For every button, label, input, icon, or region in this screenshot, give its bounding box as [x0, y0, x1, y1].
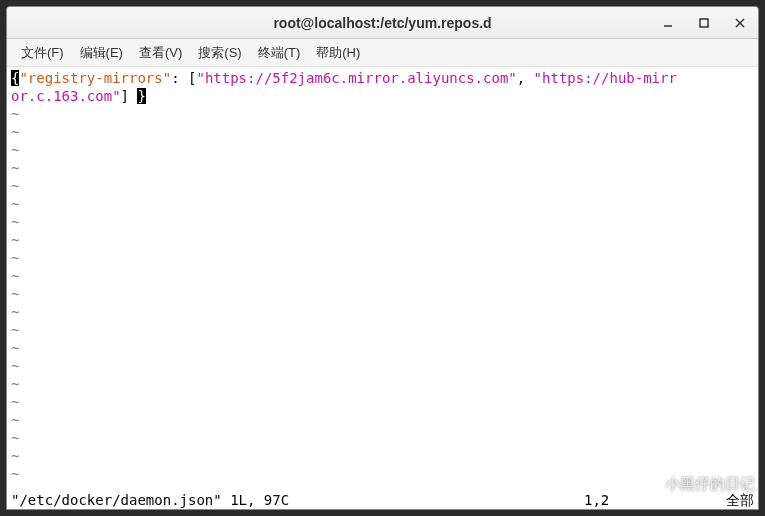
- tilde-line: ~: [11, 303, 754, 321]
- menubar: 文件(F) 编辑(E) 查看(V) 搜索(S) 终端(T) 帮助(H): [7, 39, 758, 67]
- status-file: "/etc/docker/daemon.json" 1L, 97C: [11, 491, 584, 509]
- menu-search[interactable]: 搜索(S): [190, 41, 249, 65]
- tilde-line: ~: [11, 429, 754, 447]
- tilde-line: ~: [11, 393, 754, 411]
- tilde-line: ~: [11, 339, 754, 357]
- tilde-line: ~: [11, 285, 754, 303]
- tilde-line: ~: [11, 213, 754, 231]
- menu-view[interactable]: 查看(V): [131, 41, 190, 65]
- tilde-line: ~: [11, 375, 754, 393]
- close-button[interactable]: [722, 7, 758, 38]
- terminal-window: root@localhost:/etc/yum.repos.d 文件(F) 编辑…: [6, 6, 759, 510]
- menu-help[interactable]: 帮助(H): [308, 41, 368, 65]
- tilde-line: ~: [11, 447, 754, 465]
- titlebar[interactable]: root@localhost:/etc/yum.repos.d: [7, 7, 758, 39]
- tilde-line: ~: [11, 123, 754, 141]
- svg-rect-1: [700, 19, 708, 27]
- watermark: 小黑仔的日记: [637, 475, 755, 494]
- tilde-line: ~: [11, 231, 754, 249]
- wechat-icon: [637, 476, 659, 494]
- tilde-line: ~: [11, 267, 754, 285]
- tilde-line: ~: [11, 141, 754, 159]
- menu-file[interactable]: 文件(F): [13, 41, 72, 65]
- window-controls: [650, 7, 758, 38]
- tilde-line: ~: [11, 177, 754, 195]
- tilde-line: ~: [11, 357, 754, 375]
- terminal-area[interactable]: {"registry-mirrors": ["https://5f2jam6c.…: [7, 67, 758, 509]
- tilde-line: ~: [11, 249, 754, 267]
- menu-terminal[interactable]: 终端(T): [250, 41, 309, 65]
- minimize-button[interactable]: [650, 7, 686, 38]
- tilde-line: ~: [11, 159, 754, 177]
- menu-edit[interactable]: 编辑(E): [72, 41, 131, 65]
- window-title: root@localhost:/etc/yum.repos.d: [273, 15, 491, 31]
- editor-line-2: or.c.163.com"] }: [11, 87, 754, 105]
- tilde-line: ~: [11, 105, 754, 123]
- maximize-button[interactable]: [686, 7, 722, 38]
- tilde-line: ~: [11, 195, 754, 213]
- watermark-text: 小黑仔的日记: [665, 475, 755, 494]
- tilde-line: ~: [11, 321, 754, 339]
- tilde-line: ~: [11, 411, 754, 429]
- editor-line-1: {"registry-mirrors": ["https://5f2jam6c.…: [11, 69, 754, 87]
